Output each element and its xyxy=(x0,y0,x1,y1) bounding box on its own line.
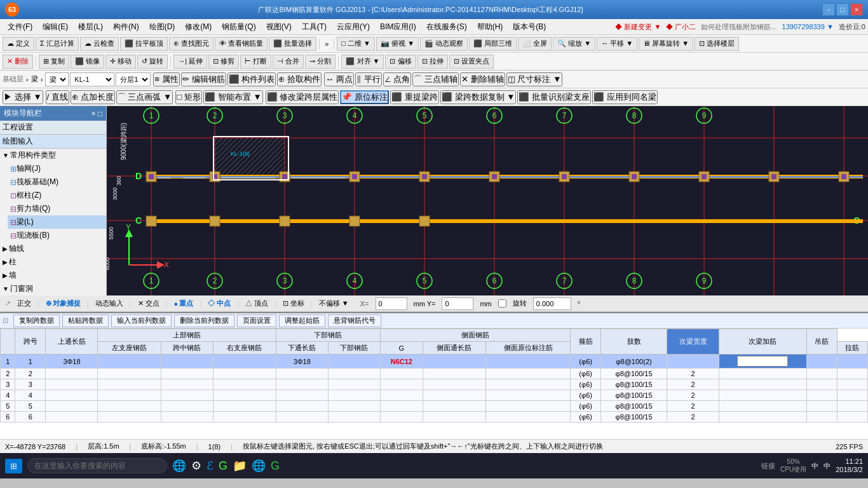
sidebar-item-draw-input[interactable]: 绘图输入 xyxy=(0,135,106,149)
trim-btn[interactable]: ⊡ 修剪 xyxy=(208,55,239,69)
fullscreen-btn[interactable]: ⬜ 全屏 xyxy=(518,37,552,51)
screen-rotate-btn[interactable]: 🖥 屏幕旋转 ▼ xyxy=(639,37,693,51)
search-input[interactable] xyxy=(27,458,167,473)
taskbar-icon-browser[interactable]: 🌐 xyxy=(172,459,186,473)
sidebar-item-raft[interactable]: ⊟ 筏板基础(M) xyxy=(8,175,106,189)
member-id-select[interactable]: KL-1 xyxy=(70,72,114,86)
menu-tools[interactable]: 工具(T) xyxy=(297,20,332,34)
taskbar-icon-app6[interactable]: G xyxy=(271,459,280,473)
local-3d-btn[interactable]: ⬛ 局部三维 xyxy=(469,37,517,51)
start-button[interactable]: ⊞ xyxy=(5,459,22,473)
taskbar-icon-gg[interactable]: ⚙ xyxy=(191,459,201,473)
page-setup-btn[interactable]: 页面设置 xyxy=(237,315,276,327)
2d-btn[interactable]: □ 二维 ▼ xyxy=(337,37,375,51)
ortho-btn[interactable]: 正交 xyxy=(17,299,31,308)
stretch-btn[interactable]: ⊡ 拉伸 xyxy=(417,55,448,69)
sidebar-item-column[interactable]: ⊡ 框柱(Z) xyxy=(8,189,106,202)
apply-same-btn[interactable]: ⬛ 应用到同名梁 xyxy=(592,90,658,104)
extend-btn[interactable]: →| 延伸 xyxy=(173,55,207,69)
sidebar-item-shear-wall[interactable]: ⊟ 剪力墙(Q) xyxy=(8,202,106,215)
rotate-check[interactable] xyxy=(498,299,506,308)
menu-online[interactable]: 在线服务(S) xyxy=(421,20,472,34)
pick-comp-btn[interactable]: ⊕ 拾取构件 xyxy=(277,72,322,86)
ime-icon[interactable]: 中 xyxy=(824,461,831,471)
menu-component[interactable]: 构件(N) xyxy=(108,20,144,34)
batch-id-btn[interactable]: ⬛ 批量识别梁支座 xyxy=(517,90,591,104)
sidebar-item-axis-line[interactable]: ▶ 轴线 xyxy=(0,242,106,255)
property-btn[interactable]: ≡ 属性 xyxy=(153,72,179,86)
view-rebar-btn[interactable]: 👁 查看钢筋量 xyxy=(215,37,268,51)
menu-floor[interactable]: 楼层(L) xyxy=(73,20,108,34)
vertex-snap-btn[interactable]: △ 顶点 xyxy=(245,299,268,308)
coord-snap-btn[interactable]: ⊡ 坐标 xyxy=(283,299,304,308)
menu-help[interactable]: 帮助(H) xyxy=(472,20,508,34)
point-len-btn[interactable]: ⊕ 点加长度 xyxy=(71,90,115,104)
modify-layer-btn[interactable]: ⬛ 修改梁跨层属性 xyxy=(266,90,339,104)
delete-btn[interactable]: ✕ 删除 xyxy=(3,55,33,69)
align-btn[interactable]: ⬛ 对齐 ▼ xyxy=(341,55,384,69)
comp-list-btn[interactable]: ⬛ 构件列表 xyxy=(227,72,276,86)
rebar-code-btn[interactable]: 悬背钢筋代号 xyxy=(328,315,381,327)
sidebar-item-column-group[interactable]: ▶ 柱 xyxy=(0,255,106,269)
parallel-btn[interactable]: ∥ 平行 xyxy=(355,72,382,86)
break-btn[interactable]: ⊢ 打断 xyxy=(240,55,271,69)
taskbar-icon-folder[interactable]: 📁 xyxy=(233,459,247,473)
two-point-btn[interactable]: ↔ 两点 xyxy=(324,72,354,86)
offset-btn[interactable]: ⊡ 偏移 xyxy=(385,55,416,69)
select-btn[interactable]: ▶ 选择 ▼ xyxy=(3,90,43,104)
midpoint-snap-btn[interactable]: ● 重点 xyxy=(174,299,194,308)
three-arc-btn[interactable]: ⌒ 三点辅轴 xyxy=(412,72,459,86)
x-input[interactable] xyxy=(376,297,407,310)
level-select[interactable]: 分层1 xyxy=(116,72,151,86)
angle-btn[interactable]: ∠ 点角 xyxy=(383,72,412,86)
sidebar-close-btn[interactable]: × □ xyxy=(91,109,102,118)
menu-view[interactable]: 视图(V) xyxy=(261,20,297,34)
copy-span-data-btn[interactable]: 复制跨数据 xyxy=(13,315,60,327)
lang-icon[interactable]: 中 xyxy=(811,461,818,471)
dynamic-input-btn[interactable]: 动态输入 xyxy=(95,299,123,308)
copy-btn[interactable]: ⊞ 复制 xyxy=(39,55,69,69)
three-arc-btn2[interactable]: ⌒ 三点画弧 ▼ xyxy=(116,90,173,104)
level-top-btn[interactable]: ⬛ 拉平板顶 xyxy=(120,37,168,51)
menu-draw[interactable]: 绘图(D) xyxy=(144,20,180,34)
member-type-select[interactable]: 梁 xyxy=(45,72,69,86)
sidebar-item-common-types[interactable]: ▼ 常用构件类型 xyxy=(0,149,106,162)
obj-snap-btn[interactable]: ⊕ 对象捕捉 xyxy=(46,299,81,308)
find-btn[interactable]: ⊕ 查找图元 xyxy=(169,37,214,51)
center-snap-btn[interactable]: ◇ 中点 xyxy=(208,299,231,308)
copy-span-btn[interactable]: ⬛ 梁跨数据复制 ▼ xyxy=(440,90,517,104)
taskbar-icon-ie[interactable]: ℰ xyxy=(207,459,214,473)
move-btn[interactable]: ✛ 移动 xyxy=(105,55,136,69)
more-btn[interactable]: » xyxy=(322,40,331,48)
del-aux-btn[interactable]: ✕ 删除辅轴 xyxy=(460,72,505,86)
gd2-btn[interactable]: ◆ 广小二 xyxy=(666,22,696,32)
rotate-btn[interactable]: ↺ 旋转 xyxy=(137,55,168,69)
cloud-check-btn[interactable]: ☁ 云检查 xyxy=(80,37,119,51)
sidebar-item-slab[interactable]: ⊟ 现浇板(B) xyxy=(8,229,106,242)
phone-btn[interactable]: 13907298339 ▼ xyxy=(782,23,834,30)
batch-select-btn[interactable]: ⬛ 批量选择 xyxy=(269,37,316,51)
intersect-btn[interactable]: ✕ 交点 xyxy=(138,299,159,308)
rect-btn[interactable]: □ 矩形 xyxy=(175,90,202,104)
reset-btn[interactable]: 调整起始筋 xyxy=(279,315,325,327)
input-cur-col-btn[interactable]: 输入当前列数据 xyxy=(111,315,172,327)
select-floor-btn[interactable]: ⊡ 选择楼层 xyxy=(695,37,739,51)
menu-edit[interactable]: 编辑(E) xyxy=(37,20,73,34)
new-change-btn[interactable]: ◆ 新建变更 ▼ xyxy=(615,22,661,32)
calc-btn[interactable]: Σ 汇总计算 xyxy=(36,37,79,51)
menu-bim[interactable]: BIM应用(I) xyxy=(375,20,421,34)
sidebar-item-opening[interactable]: ▼ 门窗洞 xyxy=(0,282,106,295)
smart-place-btn[interactable]: ⬛ 智能布置 ▼ xyxy=(203,90,263,104)
no-offset-btn[interactable]: 不偏移 ▼ xyxy=(319,299,349,308)
taskbar-icon-app5[interactable]: 🌐 xyxy=(252,459,266,473)
sidebar-item-axis[interactable]: ⊞ 轴网(J) xyxy=(8,162,106,175)
menu-version[interactable]: 版本号(B) xyxy=(508,20,551,34)
canvas-area[interactable]: 1 2 3 4 5 6 7 8 9 1 2 3 4 xyxy=(107,106,868,295)
minimize-button[interactable]: － xyxy=(822,3,835,16)
line-btn[interactable]: / 直线 xyxy=(46,90,69,104)
split-btn[interactable]: ⊸ 分割 xyxy=(305,55,336,69)
maximize-button[interactable]: □ xyxy=(836,3,849,16)
rotate-input[interactable] xyxy=(533,297,571,310)
sidebar-item-beam[interactable]: ⊟ 梁(L) xyxy=(8,215,106,229)
origin-mark-btn[interactable]: 📌 原位标注 xyxy=(340,90,389,104)
